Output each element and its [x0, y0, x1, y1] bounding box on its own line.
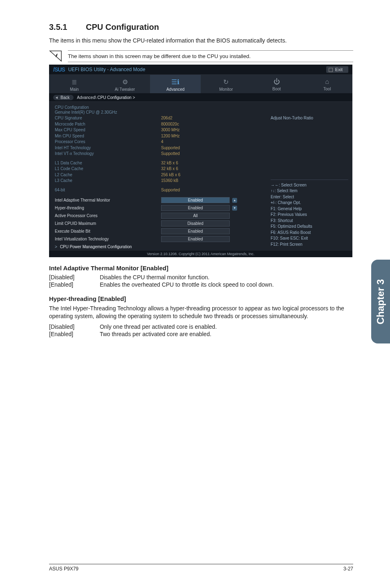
help-line: +/-: Change Opt. [271, 200, 348, 206]
right-top-hint: Adjust Non-Turbo Ratio [271, 116, 348, 120]
gear-icon: ⚙ [100, 78, 150, 86]
option-row: [Disabled] Disables the CPU thermal moni… [49, 274, 353, 281]
note-row: The items shown in this screen may be di… [49, 50, 353, 62]
setting-row[interactable]: Limit CPUID Maximum Disabled [55, 220, 262, 227]
tab-label: Boot [272, 87, 281, 91]
option-row: [Enabled] Two threads per activated core… [49, 331, 353, 337]
help-line: F12: Print Screen [271, 242, 348, 248]
option-key: [Enabled] [49, 281, 98, 288]
setting-value[interactable]: Enabled [161, 205, 230, 211]
info-row: Intel HT TechnologySupported [55, 145, 262, 151]
option-row: [Enabled] Enables the overheated CPU to … [49, 281, 353, 288]
bios-help-panel: Adjust Non-Turbo Ratio →←: Select Screen… [267, 102, 352, 251]
setting-label: Limit CPUID Maximum [55, 221, 161, 226]
help-line: F5: Optimized Defaults [271, 224, 348, 230]
setting-value[interactable]: All [161, 213, 230, 219]
gauge-icon: ↻ [201, 78, 251, 86]
option-row: [Disabled] Only one thread per activated… [49, 323, 353, 330]
setting-label: Hyper-threading [55, 206, 161, 210]
breadcrumb-path: Advanced\ CPU Configuration > [77, 95, 135, 100]
info-row: Intel VT-x TechnologySuppotted [55, 151, 262, 157]
bios-title: UEFI BIOS Utility - Advanced Mode [68, 67, 146, 72]
help-line: F3: Shortcut [271, 218, 348, 224]
help-line: F2: Previous Values [271, 212, 348, 218]
tab-ai-tweaker[interactable]: ⚙ Ai Tweaker [100, 75, 150, 93]
option-desc: Enables the overheated CPU to throttle i… [100, 281, 337, 288]
setting-value[interactable]: Enabled [161, 236, 230, 242]
setting-label: Intel Adaptive Thermal Monitor [55, 198, 161, 202]
footer-left: ASUS P9X79 [49, 566, 78, 572]
option-desc: Disables the CPU thermal monitor functio… [100, 274, 337, 281]
help-line: ↑↓: Select Item [271, 188, 348, 194]
tab-advanced[interactable]: ☰ℹ Advanced [150, 75, 201, 93]
help-line: →←: Select Screen [271, 182, 348, 189]
hyperthreading-paragraph: The Intel Hyper-Threading Technology all… [49, 305, 353, 320]
help-line: F10: Save ESC: Exit [271, 236, 348, 242]
info-heading: CPU Configuration [55, 105, 262, 110]
exit-label: Exit [335, 67, 343, 72]
back-button[interactable]: Back [53, 95, 74, 100]
help-line: Enter: Select [271, 194, 348, 200]
tab-monitor[interactable]: ↻ Monitor [201, 75, 251, 93]
setting-row[interactable]: Intel Adaptive Thermal Monitor Enabled ▴ [55, 197, 262, 203]
help-block: →←: Select Screen ↑↓: Select Item Enter:… [271, 180, 348, 248]
section-heading: 3.5.1CPU Configuration [49, 22, 353, 32]
tab-label: Main [70, 87, 79, 92]
bios-screenshot: /SUS UEFI BIOS Utility - Advanced Mode E… [49, 65, 352, 258]
option-desc: Only one thread per activated core is en… [100, 323, 337, 330]
info-row: Max CPU Speed3000 MHz [55, 127, 262, 133]
power-icon: ⏻ [251, 78, 302, 85]
section-number: 3.5.1 [49, 22, 86, 32]
tab-tool[interactable]: ⌂ Tool [302, 75, 352, 93]
setting-row[interactable]: Hyper-threading Enabled ▾ [55, 205, 262, 211]
info-row: Genuine Intel(R) CPU @ 2.30GHz [55, 110, 262, 116]
sub-heading-hyperthreading: Hyper-threading [Enabled] [49, 295, 353, 302]
svg-marker-0 [50, 51, 61, 61]
scroll-down-icon[interactable]: ▾ [232, 206, 237, 211]
setting-value[interactable]: Enabled [161, 228, 230, 234]
info-row: Processor Cores4 [55, 139, 262, 145]
setting-row[interactable]: Execute Disable Bit Enabled [55, 228, 262, 234]
bios-logo: /SUS [53, 66, 65, 73]
option-key: [Disabled] [49, 323, 98, 330]
info-row: CPU Signature206d2 [55, 115, 262, 121]
chapter-side-tab: Chapter 3 [371, 260, 390, 343]
info-row: L1 Code Cache32 kB x 6 [55, 166, 262, 172]
section-title: CPU Configuration [86, 22, 159, 31]
note-icon [49, 50, 62, 62]
tab-main[interactable]: ≣ Main [49, 75, 100, 93]
tab-label: Ai Tweaker [115, 87, 135, 92]
scroll-up-icon[interactable]: ▴ [232, 198, 237, 203]
info-row: Microcode Patch8000020c [55, 121, 262, 128]
setting-row[interactable]: Intel Virtualization Technology Enabled [55, 236, 262, 242]
tab-boot[interactable]: ⏻ Boot [251, 75, 302, 93]
info-row: L3 Cache15360 kB [55, 178, 262, 184]
note-text: The items shown in this screen may be di… [68, 50, 353, 62]
setting-value[interactable]: Disabled [161, 220, 230, 227]
sub-heading-thermal: Intel Adaptive Thermal Monitor [Enabled] [49, 265, 353, 272]
option-desc: Two threads per activated core are enabl… [100, 331, 337, 337]
help-line: F6: ASUS Ratio Boost [271, 230, 348, 236]
tab-label: Advanced [166, 87, 184, 92]
setting-label: Active Processor Cores [55, 213, 161, 218]
tab-label: Tool [323, 87, 331, 91]
chapter-label: Chapter 3 [375, 279, 386, 324]
bios-titlebar: /SUS UEFI BIOS Utility - Advanced Mode E… [49, 65, 352, 75]
setting-label: Execute Disable Bit [55, 229, 161, 233]
page-footer: ASUS P9X79 3-27 [49, 564, 353, 572]
chip-icon: ☰ℹ [150, 78, 201, 86]
setting-row[interactable]: Active Processor Cores All [55, 213, 262, 219]
tab-label: Monitor [219, 87, 233, 92]
back-label: Back [61, 95, 69, 100]
bios-footer: Version 2.10.1208. Copyright (C) 2011 Am… [49, 251, 352, 257]
intro-paragraph: The items in this menu show the CPU-rela… [49, 37, 353, 45]
setting-value[interactable]: Enabled [161, 197, 230, 203]
submenu-row[interactable]: > CPU Power Management Configuration [55, 245, 262, 249]
info-row: Min CPU Speed1200 MHz [55, 133, 262, 139]
footer-right: 3-27 [343, 566, 353, 572]
setting-label: Intel Virtualization Technology [55, 237, 161, 241]
info-row: L2 Cache256 kB x 6 [55, 172, 262, 178]
exit-button[interactable]: Exit [326, 66, 348, 73]
info-row: 64-bitSupported [55, 187, 262, 193]
tool-icon: ⌂ [302, 78, 352, 85]
